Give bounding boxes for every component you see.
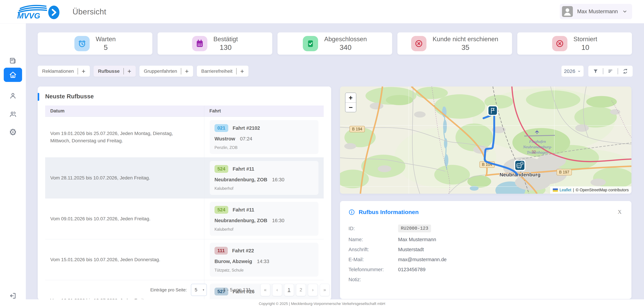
main-content: Warten 5 Bestätigt 130 — [26, 23, 644, 299]
city-label: Neubrandenburg — [500, 172, 540, 177]
year-dropdown[interactable]: 2026 — [562, 66, 584, 77]
close-icon[interactable]: X — [618, 209, 622, 215]
line-badge: 021 — [214, 124, 228, 132]
mvvg-logo[interactable]: MVVG — [9, 3, 60, 20]
sidebar-item-home[interactable] — [4, 68, 22, 82]
page-1-button[interactable]: 1 — [284, 284, 294, 296]
tab-gruppenfahrten[interactable]: Gruppenfahrten + — [140, 66, 193, 77]
datum-cell: Vom 28.11.2025 bis 10.07.2026, Jeden Fre… — [45, 157, 204, 198]
ride-number: Fahrt #22 — [232, 248, 254, 254]
table-tools — [588, 66, 632, 77]
divider — [236, 68, 236, 74]
zoom-in-button[interactable]: + — [346, 93, 356, 102]
gear-icon: ⚙ — [9, 128, 17, 137]
home-icon — [9, 71, 17, 79]
tab-reklamationen[interactable]: Reklamationen + — [38, 66, 90, 77]
leaflet-link[interactable]: Leaflet — [560, 188, 571, 192]
ride-stop: Neubrandenburg, ZOB — [214, 177, 267, 182]
ride-destination: Tützpatz, Schule — [214, 268, 314, 273]
plus-icon[interactable]: + — [185, 68, 189, 74]
flag-marker[interactable] — [488, 105, 498, 116]
datum-cell: Vom 15.01.2026 bis 10.07.2026, Jeden Don… — [45, 239, 204, 280]
zoom-out-button[interactable]: − — [346, 102, 356, 112]
field-value-email: max@mustermann.de — [398, 257, 623, 262]
column-header-fahrt[interactable]: Fahrt — [204, 106, 324, 117]
logo-chevron-circle — [48, 5, 60, 19]
status-card-kunde-nicht-erschienen[interactable]: Kunde nicht erschienen 35 — [398, 32, 512, 55]
status-card-abgeschlossen[interactable]: Abgeschlossen 340 — [278, 32, 392, 55]
info-panel-title: Rufbus Informationen — [359, 209, 419, 215]
table-row[interactable]: Vom 19.01.2026 bis 25.07.2026, Jeden Mon… — [45, 117, 324, 157]
field-label-email: E-Mail: — [348, 257, 398, 262]
info-icon — [348, 209, 355, 215]
chevron-down-icon — [577, 69, 581, 73]
ukraine-flag-icon — [553, 188, 558, 192]
line-badge: 524 — [214, 165, 228, 173]
line-badge: 111 — [214, 247, 228, 255]
plus-icon[interactable]: + — [128, 68, 131, 74]
logo-text: MVVG — [17, 11, 40, 20]
tab-label: Rufbusse — [98, 69, 120, 74]
per-page-select[interactable]: 5 ▾ — [191, 284, 207, 296]
person-icon — [9, 92, 17, 100]
sidebar-item-customers[interactable] — [9, 92, 17, 100]
filter-icon[interactable] — [593, 68, 598, 74]
field-value-id: RU2000-123 — [398, 225, 431, 232]
ride-card[interactable]: 524 Fahrt #11 Neubrandenburg, ZOB 16:30 … — [210, 161, 318, 195]
ride-number: Fahrt #11 — [233, 166, 254, 172]
sidebar-item-settings[interactable]: ⚙ — [9, 128, 17, 136]
sidebar-item-logout[interactable] — [9, 292, 17, 300]
table-row-selected[interactable]: Vom 28.11.2025 bis 10.07.2026, Jeden Fre… — [45, 157, 324, 198]
plus-icon[interactable]: + — [82, 68, 86, 74]
sort-icon[interactable] — [608, 68, 613, 74]
status-card-bestaetigt[interactable]: Bestätigt 130 — [158, 32, 272, 55]
status-label: Storniert — [574, 36, 597, 43]
divider — [124, 68, 124, 74]
ride-card[interactable]: 111 Fahrt #22 Burow, Abzweig 14:33 Tützp… — [210, 243, 318, 277]
ride-card[interactable]: 524 Fahrt #11 Neubrandenburg, ZOB 16:30 … — [210, 202, 318, 236]
map-canvas[interactable]: 32 ✈ Flughafen Neubrandenburg- Trollenha… — [340, 87, 632, 194]
next-page-button[interactable]: › — [308, 284, 318, 296]
field-label-notiz: Notiz: — [348, 277, 398, 282]
sidebar-item-news[interactable] — [9, 56, 17, 65]
check-tablet-icon — [303, 36, 318, 51]
table-row[interactable]: Vom 09.01.2026 bis 10.07.2026, Jeden Fre… — [45, 198, 324, 239]
first-page-button[interactable]: « — [260, 284, 270, 296]
status-card-storniert[interactable]: Storniert 10 — [517, 32, 632, 55]
ride-number: Fahrt #11 — [233, 207, 254, 213]
plus-icon[interactable]: + — [240, 68, 244, 74]
table-header: Datum Fahrt — [45, 106, 324, 117]
prev-page-button[interactable]: ‹ — [272, 284, 282, 296]
sidebar-item-team[interactable] — [9, 110, 17, 118]
ride-destination: Penzlin, ZOB — [214, 145, 314, 150]
panel-title: Neuste Rufbusse — [38, 87, 331, 100]
bus-stop-marker[interactable] — [514, 160, 526, 171]
status-value: 5 — [104, 43, 108, 52]
rufbusse-table: Datum Fahrt Vom 19.01.2026 bis 25.07.202… — [45, 106, 324, 308]
route-map[interactable]: 32 ✈ Flughafen Neubrandenburg- Trollenha… — [340, 87, 632, 194]
neuste-rufbusse-panel: Neuste Rufbusse Datum Fahrt Vom 19.01.20… — [38, 87, 331, 300]
ride-card[interactable]: 021 Fahrt #2102 Wustrow 07:24 Penzlin, Z… — [210, 120, 318, 154]
column-header-datum[interactable]: Datum — [45, 106, 204, 117]
user-menu[interactable]: Max Mustermann — [560, 4, 632, 19]
table-row[interactable]: Vom 15.01.2026 bis 10.07.2026, Jeden Don… — [45, 239, 324, 280]
page-2-button[interactable]: 2 — [296, 284, 306, 296]
status-label: Bestätigt — [214, 36, 238, 43]
map-zoom-control: + − — [345, 93, 356, 112]
tabs-row: Reklamationen + Rufbusse + Gruppenfahrte… — [38, 66, 632, 77]
refresh-icon[interactable] — [622, 68, 628, 74]
per-page-value: 5 — [195, 287, 197, 293]
line-badge: 524 — [214, 206, 228, 214]
per-page-label: Einträge pro Seite: — [150, 287, 187, 293]
calendar-icon — [192, 36, 207, 51]
divider — [181, 68, 181, 74]
last-page-button[interactable]: » — [320, 284, 330, 296]
divider — [78, 68, 78, 74]
divider — [618, 68, 618, 74]
field-value-telefonnummer: 0123456789 — [398, 267, 623, 272]
tab-rufbusse[interactable]: Rufbusse + — [94, 66, 136, 77]
info-fields: ID: RU2000-123 Name: Max Mustermann Ansc… — [348, 225, 623, 282]
status-value: 130 — [220, 43, 232, 52]
tab-barrierefreiheit[interactable]: Barrierefreiheit + — [197, 66, 248, 77]
status-card-warten[interactable]: Warten 5 — [38, 32, 152, 55]
